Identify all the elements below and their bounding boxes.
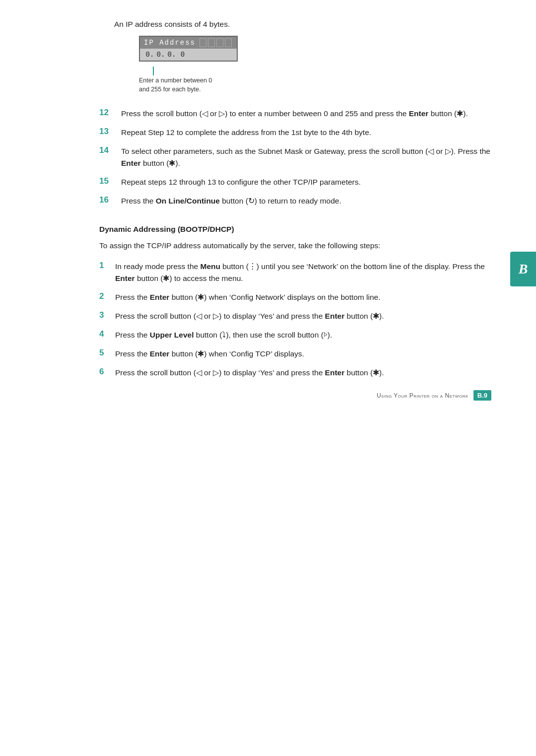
step-15-content: Repeat steps 12 through 13 to configure … bbox=[121, 176, 491, 188]
ip-header-cells bbox=[200, 38, 232, 47]
ip-byte-1: 0. bbox=[145, 51, 155, 59]
step-5: 5 Press the Enter button (✱) when ‘Confi… bbox=[99, 348, 491, 360]
tab-b: B bbox=[510, 252, 536, 286]
ip-pointer-line bbox=[153, 67, 154, 75]
step-14-content: To select other parameters, such as the … bbox=[121, 145, 491, 169]
step-13-number: 13 bbox=[99, 127, 121, 137]
step-3: 3 Press the scroll button (◁ or ▷) to di… bbox=[99, 310, 491, 322]
step-5-number: 5 bbox=[99, 348, 115, 358]
ip-diagram-section: An IP address consists of 4 bytes. IP Ad… bbox=[99, 20, 491, 94]
step-12-content: Press the scroll button (◁ or ▷) to ente… bbox=[121, 108, 491, 120]
ip-header-label: IP Address bbox=[144, 39, 196, 47]
ip-caption-line2: and 255 for each byte. bbox=[139, 86, 201, 93]
ip-cell-3 bbox=[216, 38, 223, 47]
ip-cell-2 bbox=[208, 38, 215, 47]
step-12-number: 12 bbox=[99, 108, 121, 118]
step-2-number: 2 bbox=[99, 291, 115, 301]
step-16-content: Press the On Line/Continue button (↻) to… bbox=[121, 195, 491, 207]
step-1-content: In ready mode press the Menu button (⋮) … bbox=[115, 261, 491, 284]
step-4-content: Press the Upper Level button (⤵), then u… bbox=[115, 329, 491, 341]
step-5-content: Press the Enter button (✱) when ‘Config … bbox=[115, 348, 491, 360]
step-6-number: 6 bbox=[99, 367, 115, 377]
ip-cell-1 bbox=[200, 38, 206, 47]
tab-b-letter: B bbox=[519, 261, 528, 277]
ip-byte-3: 0. bbox=[167, 51, 177, 59]
ip-address-display: IP Address 0. 0. 0. 0 bbox=[139, 36, 238, 62]
step-4-number: 4 bbox=[99, 329, 115, 339]
page-content: An IP address consists of 4 bytes. IP Ad… bbox=[0, 0, 536, 415]
step-1-number: 1 bbox=[99, 261, 115, 271]
step-2-content: Press the Enter button (✱) when ‘Config … bbox=[115, 291, 491, 303]
dynamic-heading: Dynamic Addressing (BOOTP/DHCP) bbox=[99, 225, 491, 234]
page-footer: Using Your Printer on a Network B.9 bbox=[377, 390, 491, 401]
step-2: 2 Press the Enter button (✱) when ‘Confi… bbox=[99, 291, 491, 303]
step-13: 13 Repeat Step 12 to complete the addres… bbox=[99, 127, 491, 138]
step-3-number: 3 bbox=[99, 310, 115, 320]
steps-bottom-section: 1 In ready mode press the Menu button (⋮… bbox=[99, 261, 491, 379]
ip-byte-2: 0. bbox=[156, 51, 166, 59]
step-15: 15 Repeat steps 12 through 13 to configu… bbox=[99, 176, 491, 188]
step-16: 16 Press the On Line/Continue button (↻)… bbox=[99, 195, 491, 207]
ip-byte-4: 0 bbox=[178, 51, 188, 59]
ip-box-values: 0. 0. 0. 0 bbox=[140, 49, 237, 61]
step-14-number: 14 bbox=[99, 145, 121, 155]
step-12: 12 Press the scroll button (◁ or ▷) to e… bbox=[99, 108, 491, 120]
step-3-content: Press the scroll button (◁ or ▷) to disp… bbox=[115, 310, 491, 322]
step-14: 14 To select other parameters, such as t… bbox=[99, 145, 491, 169]
footer-badge: B.9 bbox=[473, 390, 491, 401]
step-15-number: 15 bbox=[99, 176, 121, 186]
dynamic-intro: To assign the TCP/IP address automatical… bbox=[99, 240, 491, 252]
step-16-number: 16 bbox=[99, 195, 121, 205]
ip-box-header: IP Address bbox=[140, 37, 237, 49]
step-1: 1 In ready mode press the Menu button (⋮… bbox=[99, 261, 491, 284]
steps-top-section: 12 Press the scroll button (◁ or ▷) to e… bbox=[99, 108, 491, 207]
ip-caption-line1: Enter a number between 0 bbox=[139, 77, 212, 84]
ip-caption-text: Enter a number between 0 and 255 for eac… bbox=[139, 76, 212, 94]
step-13-content: Repeat Step 12 to complete the address f… bbox=[121, 127, 491, 138]
ip-diagram-wrapper: IP Address 0. 0. 0. 0 bbox=[114, 36, 491, 62]
ip-caption-area: Enter a number between 0 and 255 for eac… bbox=[114, 67, 491, 94]
ip-cell-4 bbox=[225, 38, 232, 47]
step-6: 6 Press the scroll button (◁ or ▷) to di… bbox=[99, 367, 491, 379]
ip-intro-text: An IP address consists of 4 bytes. bbox=[114, 20, 491, 29]
step-4: 4 Press the Upper Level button (⤵), then… bbox=[99, 329, 491, 341]
step-6-content: Press the scroll button (◁ or ▷) to disp… bbox=[115, 367, 491, 379]
footer-text: Using Your Printer on a Network bbox=[377, 392, 469, 399]
